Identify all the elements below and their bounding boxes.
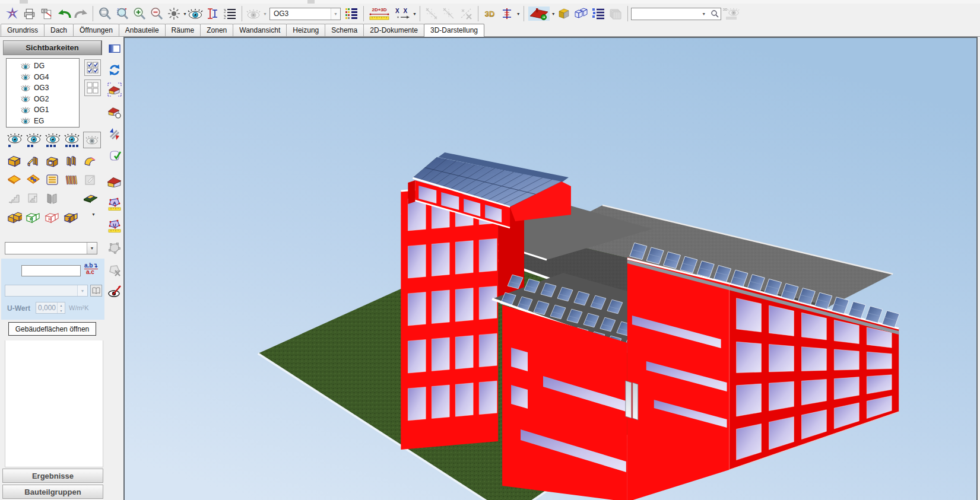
floor-item-dg[interactable]: DG <box>7 60 79 72</box>
zoom-window-button[interactable] <box>96 5 113 22</box>
floor-item-og3[interactable]: OG3 <box>7 82 79 94</box>
catalog-combobox[interactable]: ▼ <box>5 285 88 297</box>
tab-grundriss[interactable]: Grundriss <box>1 24 45 36</box>
layer-stack-button[interactable] <box>607 5 624 22</box>
tab-2d-dokumente[interactable]: 2D-Dokumente <box>363 24 424 36</box>
legend-button[interactable] <box>343 5 360 22</box>
layer-visibility-caret[interactable]: ▼ <box>263 12 267 16</box>
visibility-button[interactable] <box>187 5 204 22</box>
eye-filter-3-button[interactable] <box>44 132 62 148</box>
room-group-button[interactable]: R <box>25 209 42 226</box>
layer-visibility-button[interactable] <box>245 5 262 22</box>
redo-button[interactable] <box>72 5 90 22</box>
level-combobox[interactable]: OG3 ▼ <box>269 8 341 20</box>
move-copy-caret[interactable]: ▼ <box>413 12 417 16</box>
zone-group-button[interactable]: Z <box>63 209 80 226</box>
dimension-style-button[interactable] <box>204 5 221 22</box>
room-tool-button[interactable] <box>6 153 23 170</box>
level-combobox-caret[interactable]: ▼ <box>331 8 340 20</box>
wall-tool-button[interactable] <box>25 153 42 170</box>
floor-select-combobox[interactable]: ▼ <box>5 242 97 254</box>
floor-item-og1[interactable]: OG1 <box>7 104 79 116</box>
hatch-direction-button[interactable] <box>107 127 122 141</box>
component-boxes-button[interactable] <box>6 209 23 226</box>
window-tool-button[interactable] <box>44 153 61 170</box>
component-name-input[interactable] <box>21 265 81 276</box>
snapshot-button[interactable] <box>38 5 55 22</box>
spin-up-icon[interactable]: ▲ <box>58 302 65 308</box>
eye-filter-all-button[interactable] <box>83 132 101 148</box>
undo-button[interactable] <box>55 5 72 22</box>
spin-down-icon[interactable]: ▼ <box>58 308 65 313</box>
rename-icon[interactable]: a.b↴ a.c <box>84 263 98 275</box>
eye-filter-1-button[interactable] <box>6 132 24 148</box>
tab-anbauteile[interactable]: Anbauteile <box>119 24 166 36</box>
stairs-landing-tool-button[interactable] <box>25 190 42 206</box>
edit-polygon-button[interactable] <box>107 241 122 256</box>
sketch-tool-button[interactable] <box>82 171 99 188</box>
roof-view-caret[interactable]: ▼ <box>551 12 556 16</box>
print-button[interactable] <box>21 5 38 22</box>
roof-tool-button[interactable] <box>82 153 99 170</box>
catalog-book-button[interactable] <box>90 285 102 297</box>
floor-eye-icon[interactable] <box>21 85 30 91</box>
brightness-button[interactable] <box>165 5 182 22</box>
eye-filter-4-button[interactable] <box>63 132 81 148</box>
sidebar-header[interactable]: Sichtbarkeiten <box>3 40 102 55</box>
tab-zonen[interactable]: Zonen <box>200 24 233 36</box>
door-tool-button[interactable] <box>44 190 61 206</box>
floor-eye-icon[interactable] <box>21 107 30 113</box>
ceiling-window-tool-button[interactable] <box>25 171 42 188</box>
hide-object-button[interactable] <box>107 285 122 299</box>
zoom-dynamic-button[interactable] <box>113 5 131 22</box>
zoom-model-button[interactable] <box>107 82 122 97</box>
floor-visibility-list[interactable]: DGOG4OG3OG2OG1EG <box>6 58 80 128</box>
zoom-out-button[interactable] <box>148 5 165 22</box>
view-3d-button[interactable]: 3D <box>481 5 499 22</box>
open-building-areas-button[interactable]: Gebäudeflächen öffnen <box>8 322 96 336</box>
viewport-split-button[interactable] <box>107 42 122 56</box>
walls-tool-button[interactable] <box>63 153 80 170</box>
component-grid-caret[interactable]: ▼ <box>91 212 96 216</box>
uncheck-all-floors-button[interactable] <box>84 79 101 96</box>
transparent-view-button[interactable] <box>573 5 590 22</box>
floor-eye-icon[interactable] <box>21 74 30 80</box>
tab--ffnungen[interactable]: Öffnungen <box>73 24 119 36</box>
check-all-floors-button[interactable] <box>84 59 101 76</box>
u-wert-spin-buttons[interactable]: ▲▼ <box>57 302 65 313</box>
object-search-caret[interactable]: ▼ <box>699 8 709 20</box>
floor-eye-icon[interactable] <box>21 95 30 102</box>
snap-grid-button[interactable] <box>423 5 440 22</box>
u-wert-spinner[interactable]: ▲▼ <box>36 302 65 314</box>
refresh-view-button[interactable] <box>107 63 122 77</box>
roof-view-button[interactable] <box>527 5 551 22</box>
3d-viewport[interactable] <box>125 38 976 500</box>
measure-2d3d-button[interactable]: 2D+3D <box>367 5 392 22</box>
snap-off-button[interactable] <box>458 5 475 22</box>
component-groups-panel-bar[interactable]: Bauteilgruppen <box>2 485 103 499</box>
snap-points-button[interactable] <box>440 5 458 22</box>
section-caret[interactable]: ▼ <box>516 12 521 16</box>
area-measure-button[interactable]: A <box>107 197 122 211</box>
tab-3d-darstellung[interactable]: 3D-Darstellung <box>424 24 484 37</box>
object-search-combobox[interactable]: ▼ <box>631 8 721 20</box>
section-button[interactable] <box>499 5 516 22</box>
object-search-input[interactable] <box>632 9 699 18</box>
terrain-tool-button[interactable] <box>82 190 99 206</box>
search-icon[interactable] <box>711 9 719 18</box>
results-panel-bar[interactable]: Ergebnisse <box>2 469 103 483</box>
tab-wandansicht[interactable]: Wandansicht <box>233 24 287 36</box>
floor-item-og2[interactable]: OG2 <box>7 94 79 105</box>
display-list-button[interactable] <box>221 5 239 22</box>
solid-view-button[interactable] <box>556 5 573 22</box>
convector-tool-button[interactable] <box>63 171 80 188</box>
component-list-button[interactable] <box>590 5 607 22</box>
tab-schema[interactable]: Schema <box>325 24 364 36</box>
tab-r-ume[interactable]: Räume <box>165 24 201 36</box>
tab-dach[interactable]: Dach <box>44 24 74 36</box>
zoom-in-button[interactable] <box>131 5 148 22</box>
brightness-dropdown-caret[interactable]: ▼ <box>183 12 187 16</box>
floor-select-caret[interactable]: ▼ <box>87 243 97 254</box>
eye-filter-2-button[interactable] <box>25 132 43 148</box>
radiator-tool-button[interactable] <box>44 171 61 188</box>
